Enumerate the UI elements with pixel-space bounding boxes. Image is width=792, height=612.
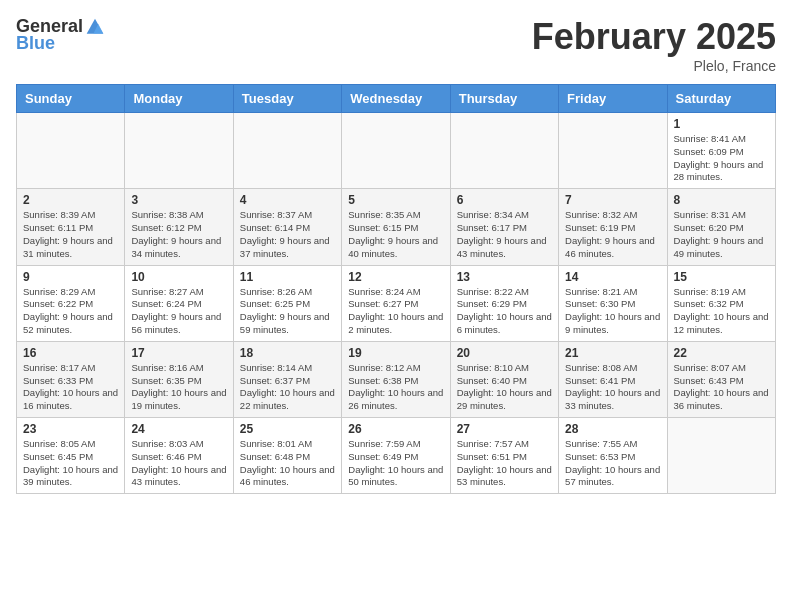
day-info: Sunrise: 8:24 AM Sunset: 6:27 PM Dayligh… [348,286,443,337]
day-info: Sunrise: 8:29 AM Sunset: 6:22 PM Dayligh… [23,286,118,337]
day-number: 7 [565,193,660,207]
calendar-day [559,113,667,189]
calendar-day: 20Sunrise: 8:10 AM Sunset: 6:40 PM Dayli… [450,341,558,417]
calendar-day: 8Sunrise: 8:31 AM Sunset: 6:20 PM Daylig… [667,189,775,265]
calendar-header-friday: Friday [559,85,667,113]
calendar-day: 21Sunrise: 8:08 AM Sunset: 6:41 PM Dayli… [559,341,667,417]
calendar-day: 2Sunrise: 8:39 AM Sunset: 6:11 PM Daylig… [17,189,125,265]
day-info: Sunrise: 8:22 AM Sunset: 6:29 PM Dayligh… [457,286,552,337]
day-info: Sunrise: 8:37 AM Sunset: 6:14 PM Dayligh… [240,209,335,260]
logo-blue-text: Blue [16,33,55,54]
day-info: Sunrise: 8:03 AM Sunset: 6:46 PM Dayligh… [131,438,226,489]
calendar-day: 14Sunrise: 8:21 AM Sunset: 6:30 PM Dayli… [559,265,667,341]
day-info: Sunrise: 8:16 AM Sunset: 6:35 PM Dayligh… [131,362,226,413]
title-section: February 2025 Plelo, France [532,16,776,74]
day-info: Sunrise: 8:32 AM Sunset: 6:19 PM Dayligh… [565,209,660,260]
calendar-day: 10Sunrise: 8:27 AM Sunset: 6:24 PM Dayli… [125,265,233,341]
calendar-header-row: SundayMondayTuesdayWednesdayThursdayFrid… [17,85,776,113]
day-number: 16 [23,346,118,360]
day-info: Sunrise: 7:57 AM Sunset: 6:51 PM Dayligh… [457,438,552,489]
day-number: 2 [23,193,118,207]
calendar-day: 5Sunrise: 8:35 AM Sunset: 6:15 PM Daylig… [342,189,450,265]
day-number: 19 [348,346,443,360]
calendar-header-sunday: Sunday [17,85,125,113]
calendar-header-wednesday: Wednesday [342,85,450,113]
day-number: 15 [674,270,769,284]
day-info: Sunrise: 8:01 AM Sunset: 6:48 PM Dayligh… [240,438,335,489]
calendar-week-row: 16Sunrise: 8:17 AM Sunset: 6:33 PM Dayli… [17,341,776,417]
day-number: 13 [457,270,552,284]
logo-icon [85,17,105,37]
calendar-header-saturday: Saturday [667,85,775,113]
logo: General Blue [16,16,105,54]
calendar-day: 25Sunrise: 8:01 AM Sunset: 6:48 PM Dayli… [233,418,341,494]
calendar-day: 7Sunrise: 8:32 AM Sunset: 6:19 PM Daylig… [559,189,667,265]
calendar-day: 9Sunrise: 8:29 AM Sunset: 6:22 PM Daylig… [17,265,125,341]
day-number: 12 [348,270,443,284]
day-number: 21 [565,346,660,360]
calendar-day: 17Sunrise: 8:16 AM Sunset: 6:35 PM Dayli… [125,341,233,417]
day-info: Sunrise: 8:10 AM Sunset: 6:40 PM Dayligh… [457,362,552,413]
day-number: 5 [348,193,443,207]
calendar-day [667,418,775,494]
calendar-day: 26Sunrise: 7:59 AM Sunset: 6:49 PM Dayli… [342,418,450,494]
calendar-week-row: 23Sunrise: 8:05 AM Sunset: 6:45 PM Dayli… [17,418,776,494]
day-info: Sunrise: 8:12 AM Sunset: 6:38 PM Dayligh… [348,362,443,413]
calendar-day: 16Sunrise: 8:17 AM Sunset: 6:33 PM Dayli… [17,341,125,417]
day-info: Sunrise: 8:34 AM Sunset: 6:17 PM Dayligh… [457,209,552,260]
day-info: Sunrise: 7:59 AM Sunset: 6:49 PM Dayligh… [348,438,443,489]
location-title: Plelo, France [532,58,776,74]
calendar-header-thursday: Thursday [450,85,558,113]
calendar-day: 13Sunrise: 8:22 AM Sunset: 6:29 PM Dayli… [450,265,558,341]
day-number: 26 [348,422,443,436]
day-number: 22 [674,346,769,360]
day-number: 14 [565,270,660,284]
day-number: 27 [457,422,552,436]
calendar-header-tuesday: Tuesday [233,85,341,113]
day-number: 1 [674,117,769,131]
day-info: Sunrise: 8:08 AM Sunset: 6:41 PM Dayligh… [565,362,660,413]
day-number: 3 [131,193,226,207]
calendar-day: 28Sunrise: 7:55 AM Sunset: 6:53 PM Dayli… [559,418,667,494]
calendar-day: 12Sunrise: 8:24 AM Sunset: 6:27 PM Dayli… [342,265,450,341]
calendar-day: 15Sunrise: 8:19 AM Sunset: 6:32 PM Dayli… [667,265,775,341]
calendar-day: 6Sunrise: 8:34 AM Sunset: 6:17 PM Daylig… [450,189,558,265]
day-number: 25 [240,422,335,436]
day-info: Sunrise: 8:39 AM Sunset: 6:11 PM Dayligh… [23,209,118,260]
day-number: 6 [457,193,552,207]
day-info: Sunrise: 7:55 AM Sunset: 6:53 PM Dayligh… [565,438,660,489]
calendar: SundayMondayTuesdayWednesdayThursdayFrid… [16,84,776,494]
calendar-header-monday: Monday [125,85,233,113]
day-info: Sunrise: 8:21 AM Sunset: 6:30 PM Dayligh… [565,286,660,337]
calendar-day [450,113,558,189]
calendar-day: 18Sunrise: 8:14 AM Sunset: 6:37 PM Dayli… [233,341,341,417]
day-number: 23 [23,422,118,436]
calendar-week-row: 2Sunrise: 8:39 AM Sunset: 6:11 PM Daylig… [17,189,776,265]
day-number: 17 [131,346,226,360]
calendar-week-row: 1Sunrise: 8:41 AM Sunset: 6:09 PM Daylig… [17,113,776,189]
calendar-day: 3Sunrise: 8:38 AM Sunset: 6:12 PM Daylig… [125,189,233,265]
header: General Blue February 2025 Plelo, France [16,16,776,74]
day-info: Sunrise: 8:35 AM Sunset: 6:15 PM Dayligh… [348,209,443,260]
day-info: Sunrise: 8:41 AM Sunset: 6:09 PM Dayligh… [674,133,769,184]
calendar-week-row: 9Sunrise: 8:29 AM Sunset: 6:22 PM Daylig… [17,265,776,341]
calendar-day [233,113,341,189]
calendar-day [125,113,233,189]
day-number: 10 [131,270,226,284]
calendar-day: 4Sunrise: 8:37 AM Sunset: 6:14 PM Daylig… [233,189,341,265]
day-number: 20 [457,346,552,360]
calendar-day: 19Sunrise: 8:12 AM Sunset: 6:38 PM Dayli… [342,341,450,417]
calendar-day: 22Sunrise: 8:07 AM Sunset: 6:43 PM Dayli… [667,341,775,417]
calendar-day: 23Sunrise: 8:05 AM Sunset: 6:45 PM Dayli… [17,418,125,494]
day-number: 11 [240,270,335,284]
day-info: Sunrise: 8:38 AM Sunset: 6:12 PM Dayligh… [131,209,226,260]
day-info: Sunrise: 8:19 AM Sunset: 6:32 PM Dayligh… [674,286,769,337]
calendar-day [342,113,450,189]
day-info: Sunrise: 8:17 AM Sunset: 6:33 PM Dayligh… [23,362,118,413]
calendar-day: 24Sunrise: 8:03 AM Sunset: 6:46 PM Dayli… [125,418,233,494]
day-info: Sunrise: 8:05 AM Sunset: 6:45 PM Dayligh… [23,438,118,489]
day-number: 18 [240,346,335,360]
calendar-day: 11Sunrise: 8:26 AM Sunset: 6:25 PM Dayli… [233,265,341,341]
day-info: Sunrise: 8:26 AM Sunset: 6:25 PM Dayligh… [240,286,335,337]
day-info: Sunrise: 8:14 AM Sunset: 6:37 PM Dayligh… [240,362,335,413]
